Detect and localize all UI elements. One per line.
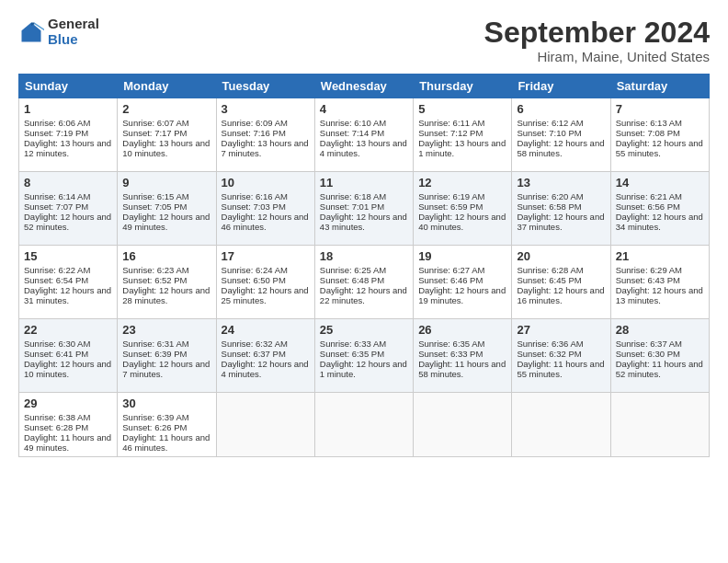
daylight: Daylight: 12 hours and 28 minutes.: [122, 285, 210, 305]
sunrise: Sunrise: 6:31 AM: [122, 339, 188, 349]
day-number: 5: [418, 102, 506, 116]
table-row: [610, 393, 709, 457]
table-row: 16Sunrise: 6:23 AMSunset: 6:52 PMDayligh…: [118, 246, 216, 319]
day-number: 29: [24, 396, 112, 410]
day-number: 26: [418, 323, 506, 337]
logo-general: General: [48, 17, 99, 32]
day-number: 7: [616, 102, 704, 116]
sunset: Sunset: 6:26 PM: [122, 422, 187, 432]
daylight: Daylight: 12 hours and 7 minutes.: [122, 359, 210, 379]
table-row: 3Sunrise: 6:09 AMSunset: 7:16 PMDaylight…: [216, 98, 314, 172]
table-row: 12Sunrise: 6:19 AMSunset: 6:59 PMDayligh…: [414, 172, 512, 246]
daylight: Daylight: 12 hours and 1 minute.: [320, 359, 407, 379]
sunset: Sunset: 6:33 PM: [418, 349, 483, 359]
daylight: Daylight: 13 hours and 7 minutes.: [222, 138, 309, 158]
sunset: Sunset: 6:30 PM: [616, 349, 680, 359]
sunset: Sunset: 6:46 PM: [418, 275, 483, 285]
daylight: Daylight: 12 hours and 43 minutes.: [320, 212, 407, 232]
sunset: Sunset: 7:05 PM: [122, 201, 187, 212]
header-row: General Blue September 2024 Hiram, Maine…: [18, 17, 710, 64]
table-row: 8Sunrise: 6:14 AMSunset: 7:07 PMDaylight…: [19, 172, 118, 246]
daylight: Daylight: 12 hours and 46 minutes.: [222, 212, 309, 232]
daylight: Daylight: 12 hours and 37 minutes.: [517, 212, 604, 232]
day-number: 10: [222, 176, 310, 190]
daylight: Daylight: 11 hours and 55 minutes.: [517, 359, 604, 379]
table-row: 20Sunrise: 6:28 AMSunset: 6:45 PMDayligh…: [512, 246, 610, 319]
calendar-page: General Blue September 2024 Hiram, Maine…: [0, 0, 728, 563]
table-row: 14Sunrise: 6:21 AMSunset: 6:56 PMDayligh…: [610, 172, 709, 246]
sunrise: Sunrise: 6:09 AM: [222, 118, 288, 128]
day-number: 27: [517, 323, 605, 337]
sunrise: Sunrise: 6:24 AM: [222, 265, 288, 275]
main-title: September 2024: [484, 17, 710, 49]
sunrise: Sunrise: 6:39 AM: [122, 412, 188, 422]
day-number: 23: [122, 323, 210, 337]
th-thursday: Thursday: [414, 75, 512, 98]
daylight: Daylight: 13 hours and 1 minute.: [418, 138, 506, 158]
day-number: 6: [517, 102, 605, 116]
sunrise: Sunrise: 6:25 AM: [320, 265, 386, 275]
table-row: 27Sunrise: 6:36 AMSunset: 6:32 PMDayligh…: [512, 319, 610, 393]
table-row: 24Sunrise: 6:32 AMSunset: 6:37 PMDayligh…: [216, 319, 314, 393]
table-row: 4Sunrise: 6:10 AMSunset: 7:14 PMDaylight…: [314, 98, 413, 172]
sunset: Sunset: 6:50 PM: [222, 275, 286, 285]
th-tuesday: Tuesday: [216, 75, 314, 98]
table-row: 18Sunrise: 6:25 AMSunset: 6:48 PMDayligh…: [314, 246, 413, 319]
sunrise: Sunrise: 6:10 AM: [320, 118, 386, 128]
table-row: 9Sunrise: 6:15 AMSunset: 7:05 PMDaylight…: [118, 172, 216, 246]
sunrise: Sunrise: 6:15 AM: [122, 191, 188, 201]
day-number: 17: [222, 249, 310, 263]
daylight: Daylight: 12 hours and 13 minutes.: [616, 285, 703, 305]
table-row: 13Sunrise: 6:20 AMSunset: 6:58 PMDayligh…: [512, 172, 610, 246]
table-row: 29Sunrise: 6:38 AMSunset: 6:28 PMDayligh…: [19, 393, 118, 457]
daylight: Daylight: 12 hours and 58 minutes.: [517, 138, 604, 158]
th-monday: Monday: [118, 75, 216, 98]
sunset: Sunset: 6:54 PM: [24, 275, 88, 285]
table-row: 28Sunrise: 6:37 AMSunset: 6:30 PMDayligh…: [610, 319, 709, 393]
daylight: Daylight: 12 hours and 10 minutes.: [24, 359, 111, 379]
sunrise: Sunrise: 6:14 AM: [24, 191, 90, 201]
sunrise: Sunrise: 6:16 AM: [222, 191, 288, 201]
table-row: 6Sunrise: 6:12 AMSunset: 7:10 PMDaylight…: [512, 98, 610, 172]
daylight: Daylight: 12 hours and 25 minutes.: [222, 285, 309, 305]
sunset: Sunset: 6:48 PM: [320, 275, 384, 285]
sunrise: Sunrise: 6:27 AM: [418, 265, 484, 275]
day-number: 8: [24, 176, 112, 190]
sunrise: Sunrise: 6:29 AM: [616, 265, 682, 275]
title-block: September 2024 Hiram, Maine, United Stat…: [484, 17, 710, 64]
sunset: Sunset: 6:43 PM: [616, 275, 680, 285]
table-row: 7Sunrise: 6:13 AMSunset: 7:08 PMDaylight…: [610, 98, 709, 172]
sunset: Sunset: 7:12 PM: [418, 128, 483, 138]
daylight: Daylight: 11 hours and 46 minutes.: [122, 432, 210, 453]
table-row: 17Sunrise: 6:24 AMSunset: 6:50 PMDayligh…: [216, 246, 314, 319]
sunrise: Sunrise: 6:38 AM: [24, 412, 90, 422]
sunset: Sunset: 6:37 PM: [222, 349, 286, 359]
day-number: 4: [320, 102, 408, 116]
sunset: Sunset: 6:28 PM: [24, 422, 88, 432]
table-row: 15Sunrise: 6:22 AMSunset: 6:54 PMDayligh…: [19, 246, 118, 319]
day-number: 25: [320, 323, 408, 337]
table-row: 22Sunrise: 6:30 AMSunset: 6:41 PMDayligh…: [19, 319, 118, 393]
logo-text: General Blue: [48, 17, 99, 47]
table-row: 23Sunrise: 6:31 AMSunset: 6:39 PMDayligh…: [118, 319, 216, 393]
daylight: Daylight: 12 hours and 52 minutes.: [24, 212, 111, 232]
sunrise: Sunrise: 6:28 AM: [517, 265, 583, 275]
day-number: 18: [320, 249, 408, 263]
table-row: [512, 393, 610, 457]
daylight: Daylight: 11 hours and 52 minutes.: [616, 359, 703, 379]
sunrise: Sunrise: 6:12 AM: [517, 118, 583, 128]
sunset: Sunset: 7:16 PM: [222, 128, 286, 138]
sunrise: Sunrise: 6:30 AM: [24, 339, 90, 349]
sunrise: Sunrise: 6:19 AM: [418, 191, 484, 201]
day-number: 30: [122, 396, 210, 410]
day-number: 19: [418, 249, 506, 263]
th-friday: Friday: [512, 75, 610, 98]
table-row: 11Sunrise: 6:18 AMSunset: 7:01 PMDayligh…: [314, 172, 413, 246]
sunset: Sunset: 7:03 PM: [222, 201, 286, 212]
sunrise: Sunrise: 6:36 AM: [517, 339, 583, 349]
sunset: Sunset: 7:17 PM: [122, 128, 187, 138]
day-number: 22: [24, 323, 112, 337]
daylight: Daylight: 12 hours and 4 minutes.: [222, 359, 309, 379]
sunrise: Sunrise: 6:13 AM: [616, 118, 682, 128]
calendar-table: Sunday Monday Tuesday Wednesday Thursday…: [18, 74, 710, 457]
